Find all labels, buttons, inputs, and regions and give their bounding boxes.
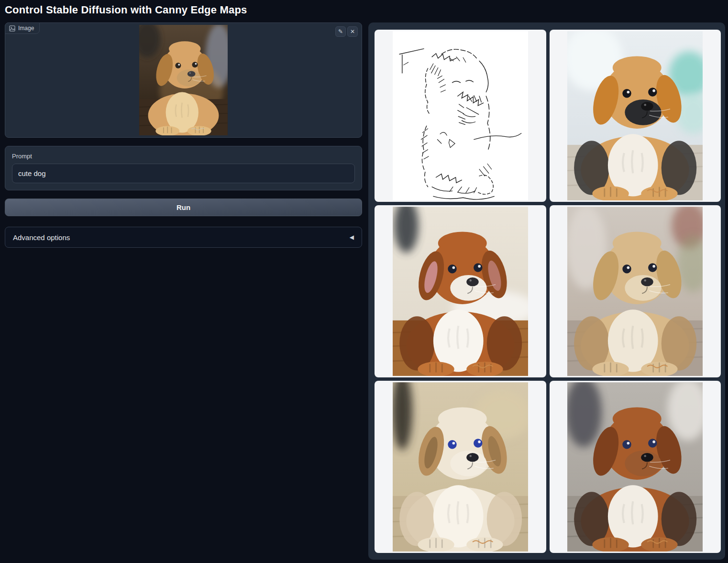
output-gallery [368,22,725,560]
gallery-item-2-generated-dog-1[interactable] [550,30,721,202]
prompt-label: Prompt [12,153,355,160]
image-input-label-chip: Image [5,22,40,34]
gallery-item-1-canny-edge-map[interactable] [375,30,546,202]
edit-image-button[interactable]: ✎ [335,26,346,37]
uploaded-image [138,25,229,135]
gallery-item-5-generated-dog-4[interactable] [375,381,546,553]
pencil-icon: ✎ [338,29,343,34]
advanced-options-label: Advanced options [13,233,70,242]
gallery-item-4-generated-dog-3[interactable] [550,205,721,377]
close-icon: ✕ [350,29,355,34]
clear-image-button[interactable]: ✕ [347,26,358,37]
prompt-block: Prompt [5,146,362,190]
gallery-item-6-generated-dog-5[interactable] [550,381,721,553]
collapse-arrow-icon: ◀ [350,234,354,241]
page-title: Control Stable Diffusion with Canny Edge… [5,4,724,16]
left-panel: Image ✎ ✕ Prompt Run Advanced opti [5,22,362,248]
gallery-item-3-generated-dog-2[interactable] [375,205,546,377]
image-icon [9,25,15,32]
image-input-label: Image [18,25,34,32]
image-toolbar: ✎ ✕ [335,26,358,37]
gallery-grid [375,30,721,553]
run-button[interactable]: Run [5,199,362,216]
image-input-block[interactable]: Image ✎ ✕ [5,22,362,138]
advanced-options-accordion[interactable]: Advanced options ◀ [5,227,362,248]
page: Control Stable Diffusion with Canny Edge… [0,0,728,560]
prompt-input[interactable] [12,164,355,183]
main-row: Image ✎ ✕ Prompt Run Advanced opti [5,22,724,560]
